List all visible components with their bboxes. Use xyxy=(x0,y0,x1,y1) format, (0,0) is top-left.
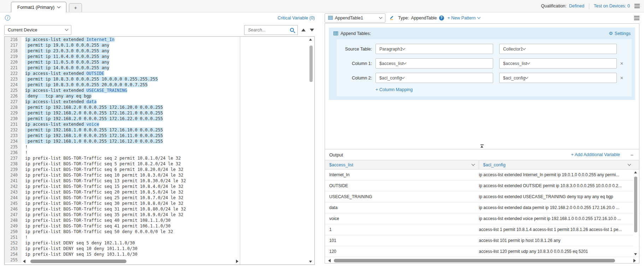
output-horizontal-scrollbar[interactable] xyxy=(325,257,639,263)
code-line[interactable]: 237ip prefix-list BOS-TOR-Traffic seq 2 … xyxy=(5,155,314,161)
pattern-menu-icon[interactable] xyxy=(634,16,639,20)
scroll-down-icon[interactable] xyxy=(309,261,312,263)
scroll-right-icon[interactable] xyxy=(236,260,238,263)
table-row[interactable]: Internet_Inip access-list extended Inter… xyxy=(325,170,639,180)
code-line[interactable]: 233 permit ip 192.168.1.0 0.0.0.255 172.… xyxy=(5,133,314,138)
code-line[interactable]: 240ip prefix-list BOS-TOR-Traffic seq 10… xyxy=(5,172,314,178)
qualification-value-link[interactable]: Defined xyxy=(569,4,584,8)
add-column-mapping-link[interactable]: + Column Mapping xyxy=(376,87,627,92)
code-line[interactable]: 235! xyxy=(5,144,314,150)
code-line[interactable]: 231ip access-list extended voice xyxy=(5,121,314,127)
scroll-left-icon[interactable] xyxy=(23,260,25,263)
column1-right-select[interactable]: $access_list xyxy=(499,58,617,69)
code-line[interactable]: 242ip prefix-list BOS-TOR-Traffic seq 15… xyxy=(5,184,314,189)
code-line[interactable]: 238ip prefix-list BOS-TOR-Traffic seq 5 … xyxy=(5,161,314,167)
code-line[interactable]: 252ip prefix-list DENY seq 5 deny 102.1.… xyxy=(5,240,314,246)
code-line[interactable]: 226 deny tcp any any eq bgp xyxy=(5,93,314,99)
code-line[interactable]: 251! xyxy=(5,235,314,240)
code-line[interactable]: 243ip prefix-list BOS-TOR-Traffic seq 20… xyxy=(5,189,314,195)
code-line[interactable]: 241ip prefix-list BOS-TOR-Traffic seq 13… xyxy=(5,178,314,184)
remove-column1-icon[interactable]: ✕ xyxy=(620,61,624,66)
code-line[interactable]: 228 permit ip 192.168.2.0 0.0.0.255 172.… xyxy=(5,105,314,110)
remove-column2-icon[interactable]: ✕ xyxy=(620,76,624,81)
code-line[interactable]: 222ip access-list extended OUTSIDE xyxy=(5,71,314,76)
code-line[interactable]: 236! xyxy=(5,150,314,155)
info-icon[interactable]: i xyxy=(5,15,10,20)
code-line[interactable]: 234 permit ip 192.168.1.0 0.0.0.255 172.… xyxy=(5,138,314,144)
column1-left-select[interactable]: $access_list xyxy=(376,58,493,69)
output-column-acl-config[interactable]: $acl_config xyxy=(479,160,639,169)
output-vertical-scrollbar[interactable] xyxy=(633,171,638,256)
table-row[interactable]: OUTSIDEip access-list extended OUTSIDE p… xyxy=(325,180,639,191)
search-input[interactable] xyxy=(248,28,290,32)
editor-horizontal-scrollbar[interactable] xyxy=(23,259,238,263)
scrollbar-thumb[interactable] xyxy=(309,46,313,82)
column2-right-select[interactable]: $acl_config xyxy=(499,73,617,83)
scrollbar-thumb[interactable] xyxy=(634,177,637,232)
variable-select[interactable]: AppendTable1 xyxy=(325,13,385,23)
editor-vertical-scrollbar[interactable] xyxy=(308,37,314,264)
code-line[interactable]: 220 permit ip 11.0.5.0 0.0.0.255 any xyxy=(5,59,314,65)
column2-left-select[interactable]: $acl_config xyxy=(376,73,493,83)
code-line[interactable]: 216ip access-list extended Internet_In xyxy=(5,37,314,42)
table-row[interactable]: 101access-list 101 permit ip host 10.8.1… xyxy=(325,235,639,246)
search-prev-button[interactable] xyxy=(300,27,306,33)
settings-button[interactable]: ⚙ Settings xyxy=(609,31,631,36)
table-row[interactable]: 120access-list 120 permit udp any 10.8.3… xyxy=(325,246,639,257)
add-additional-variable-link[interactable]: + Add Additional Variable xyxy=(571,152,620,157)
code-line[interactable]: 229 permit ip 192.168.2.0 0.0.0.255 172.… xyxy=(5,110,314,116)
code-line[interactable]: 247ip prefix-list BOS-TOR-Traffic seq 35… xyxy=(5,212,314,218)
code-line[interactable]: 232 permit ip 192.168.1.0 0.0.0.255 172.… xyxy=(5,127,314,133)
collapse-minus-button[interactable]: − xyxy=(629,152,635,158)
code-line[interactable]: 253ip prefix-list DENY seq 10 deny 101.1… xyxy=(5,246,314,251)
code-line[interactable]: 218 permit ip 23.0.3.0 0.0.0.255 any xyxy=(5,48,314,54)
code-line[interactable]: 244ip prefix-list BOS-TOR-Traffic seq 25… xyxy=(5,195,314,201)
code-line[interactable]: 217 permit ip 19.0.1.0 0.0.0.255 any xyxy=(5,42,314,48)
collapse-output-handle[interactable] xyxy=(480,144,484,148)
scroll-up-icon[interactable] xyxy=(309,38,312,41)
code-line[interactable]: 230 permit ip 192.168.2.0 0.0.0.255 172.… xyxy=(5,116,314,121)
code-line[interactable]: 254ip prefix-list DENY seq 15 deny 103.1… xyxy=(5,251,314,257)
table-row[interactable]: USECASE_TRAININGip access-list extended … xyxy=(325,191,639,202)
critical-variable-link[interactable]: Critical Variable (0) xyxy=(278,16,315,20)
scrollbar-thumb[interactable] xyxy=(334,259,615,262)
code-line[interactable]: 225ip access-list extended USECASE_TRAIN… xyxy=(5,88,314,93)
code-line[interactable]: 250ip prefix-list BOS-TOR-Traffic seq 50… xyxy=(5,229,314,235)
code-line[interactable]: 248ip prefix-list BOS-TOR-Traffic seq 40… xyxy=(5,218,314,223)
code-line[interactable]: 249ip prefix-list BOS-TOR-Traffic seq 41… xyxy=(5,223,314,229)
source-table-right-select[interactable]: Collector1 xyxy=(499,44,617,54)
search-icon[interactable] xyxy=(290,28,294,32)
output-column-access-list[interactable]: $access_list xyxy=(325,160,479,169)
code-line[interactable]: 224 permit ip 10.8.3.0 0.0.0.255 20.0.0.… xyxy=(5,82,314,88)
code-line[interactable]: 221 permit ip 14.0.6.0 0.0.0.255 any xyxy=(5,65,314,71)
scroll-up-icon[interactable] xyxy=(634,171,637,173)
code-line[interactable]: 223 permit ip 10.8.3.0 0.0.0.255 10.0.0.… xyxy=(5,76,314,82)
code-line[interactable]: 239ip prefix-list BOS-TOR-Traffic seq 6 … xyxy=(5,167,314,172)
table-row[interactable]: 1access-list 1 permit 10.8.1.4 access-li… xyxy=(325,224,639,235)
test-on-devices-link[interactable]: Test on Devices: 0 xyxy=(594,4,630,8)
code-line[interactable]: 245ip prefix-list BOS-TOR-Traffic seq 30… xyxy=(5,201,314,206)
code-line[interactable]: 246ip prefix-list BOS-TOR-Traffic seq 31… xyxy=(5,206,314,212)
source-table-left-select[interactable]: Paragraph1 xyxy=(376,44,493,54)
tab-format1-primary[interactable]: Format1 (Primary) xyxy=(11,2,66,12)
code-line[interactable]: 219 permit ip 11.0.4.0 0.0.0.255 any xyxy=(5,54,314,59)
device-select[interactable]: Current Device xyxy=(4,25,71,35)
scroll-right-icon[interactable] xyxy=(633,259,636,262)
scroll-left-icon[interactable] xyxy=(328,259,331,262)
scrollbar-thumb[interactable] xyxy=(30,260,126,263)
edit-pencil-icon[interactable] xyxy=(389,15,395,21)
code-line[interactable]: 227ip access-list extended data xyxy=(5,99,314,105)
scrollbar-track[interactable] xyxy=(333,259,631,262)
code-text: ip access-list extended Internet_In xyxy=(25,37,114,42)
new-pattern-button[interactable]: + New Pattern xyxy=(448,16,480,20)
table-row[interactable]: dataip access-list extended data permit … xyxy=(325,202,639,213)
search-next-button[interactable] xyxy=(309,27,315,33)
help-icon[interactable]: ? xyxy=(439,16,444,20)
menu-icon[interactable] xyxy=(634,4,640,8)
scroll-down-icon[interactable] xyxy=(634,253,637,255)
config-editor[interactable]: 216ip access-list extended Internet_In21… xyxy=(4,36,315,265)
add-tab-button[interactable]: + xyxy=(69,3,82,12)
scrollbar-track[interactable] xyxy=(27,260,234,263)
line-number: 252 xyxy=(5,240,22,246)
table-row[interactable]: voiceip access-list extended voice permi… xyxy=(325,213,639,224)
